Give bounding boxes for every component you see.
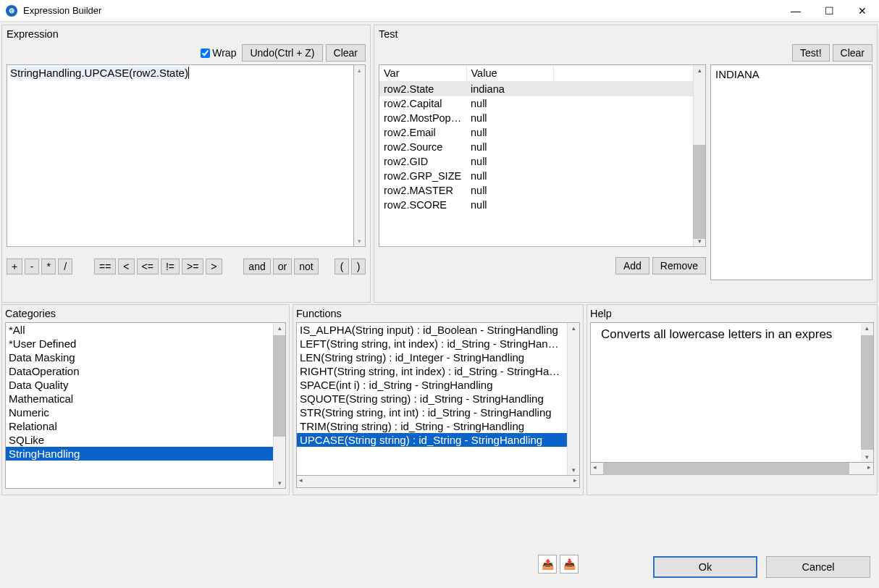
dialog-footer: 📤 📥 Ok Cancel <box>0 546 879 588</box>
undo-button[interactable]: Undo(Ctrl + Z) <box>242 44 322 62</box>
op-and-button[interactable]: and <box>243 259 270 274</box>
table-row[interactable]: row2.Stateindiana <box>379 82 694 97</box>
help-v-scrollbar[interactable]: ▴▾ <box>861 323 873 462</box>
add-variable-button[interactable]: Add <box>615 257 649 274</box>
list-item[interactable]: *User Defined <box>6 337 273 350</box>
import-icon-button[interactable]: 📥 <box>560 555 579 574</box>
categories-panel-title: Categories <box>5 306 286 322</box>
list-item[interactable]: StringHandling <box>6 447 273 461</box>
op-gt-button[interactable]: > <box>206 259 222 274</box>
col-var[interactable]: Var <box>379 65 466 82</box>
maximize-button[interactable]: ☐ <box>812 0 846 22</box>
help-text: Converts all lowercase letters in an exp… <box>590 322 874 463</box>
test-panel: Test Test! Clear Var Value ro <box>374 25 878 303</box>
variables-scrollbar[interactable]: ▴▾ <box>693 65 705 246</box>
help-h-scrollbar[interactable]: ◂▸ <box>590 463 874 475</box>
variables-table[interactable]: Var Value row2.Stateindianarow2.Capitaln… <box>379 64 706 247</box>
list-item[interactable]: SPACE(int i) : id_String - StringHandlin… <box>297 378 567 392</box>
app-icon: ⊜ <box>6 5 17 17</box>
functions-panel: Functions IS_ALPHA(String input) : id_Bo… <box>293 304 584 495</box>
expression-panel-title: Expression <box>7 27 366 43</box>
help-panel: Help Converts all lowercase letters in a… <box>586 304 878 495</box>
table-row[interactable]: row2.MostPop…null <box>379 111 694 125</box>
functions-list[interactable]: IS_ALPHA(String input) : id_Boolean - St… <box>296 322 580 476</box>
table-row[interactable]: row2.GIDnull <box>379 154 694 169</box>
op-lt-button[interactable]: < <box>118 259 134 274</box>
list-item[interactable]: SQLike <box>6 433 273 447</box>
table-row[interactable]: row2.SCOREnull <box>379 198 694 212</box>
folder-in-icon: 📥 <box>563 558 576 570</box>
test-panel-title: Test <box>379 27 872 43</box>
op-minus-button[interactable]: - <box>25 259 39 274</box>
clear-expression-button[interactable]: Clear <box>326 44 366 62</box>
list-item[interactable]: DataOperation <box>6 364 273 378</box>
functions-panel-title: Functions <box>296 306 580 322</box>
ok-button[interactable]: Ok <box>653 556 757 578</box>
list-item[interactable]: LEN(String string) : id_Integer - String… <box>297 350 567 364</box>
list-item[interactable]: SQUOTE(String string) : id_String - Stri… <box>297 392 567 406</box>
expression-panel: Expression Wrap Undo(Ctrl + Z) Clear Str… <box>1 25 371 303</box>
op-le-button[interactable]: <= <box>137 259 159 274</box>
op-rparen-button[interactable]: ) <box>351 259 366 274</box>
list-item[interactable]: *All <box>6 323 273 337</box>
folder-out-icon: 📤 <box>542 558 554 570</box>
test-result-output: INDIANA <box>710 64 872 280</box>
list-item[interactable]: Relational <box>6 419 273 433</box>
export-icon-button[interactable]: 📤 <box>538 555 557 574</box>
clear-test-button[interactable]: Clear <box>833 44 872 62</box>
cancel-button[interactable]: Cancel <box>766 556 870 578</box>
op-lparen-button[interactable]: ( <box>335 259 349 274</box>
list-item[interactable]: Mathematical <box>6 392 273 406</box>
functions-h-scrollbar[interactable]: ◂▸ <box>296 476 580 488</box>
list-item[interactable]: RIGHT(String string, int index) : id_Str… <box>297 364 567 378</box>
categories-list[interactable]: *All*User DefinedData MaskingDataOperati… <box>5 322 286 489</box>
operator-bar: + - * / == < <= != >= > and or not <box>7 259 366 274</box>
list-item[interactable]: UPCASE(String string) : id_String - Stri… <box>297 433 567 447</box>
table-row[interactable]: row2.Sourcenull <box>379 140 694 154</box>
list-item[interactable]: TRIM(String string) : id_String - String… <box>297 419 567 433</box>
table-row[interactable]: row2.Capitalnull <box>379 96 694 111</box>
op-or-button[interactable]: or <box>273 259 292 274</box>
wrap-checkbox[interactable] <box>201 49 210 58</box>
expression-input[interactable]: StringHandling.UPCASE(row2.State)​ <box>7 64 354 247</box>
remove-variable-button[interactable]: Remove <box>652 257 706 274</box>
op-mul-button[interactable]: * <box>41 259 56 274</box>
list-item[interactable]: LEFT(String string, int index) : id_Stri… <box>297 337 567 350</box>
op-not-button[interactable]: not <box>294 259 318 274</box>
categories-panel: Categories *All*User DefinedData Masking… <box>1 304 290 495</box>
list-item[interactable]: Numeric <box>6 406 273 419</box>
op-ge-button[interactable]: >= <box>182 259 203 274</box>
expression-scrollbar[interactable]: ▴▾ <box>354 64 366 247</box>
wrap-checkbox-label[interactable]: Wrap <box>201 47 236 59</box>
op-div-button[interactable]: / <box>58 259 72 274</box>
minimize-button[interactable]: — <box>779 0 812 22</box>
table-row[interactable]: row2.Emailnull <box>379 125 694 140</box>
table-row[interactable]: row2.GRP_SIZEnull <box>379 169 694 183</box>
table-row[interactable]: row2.MASTERnull <box>379 183 694 198</box>
list-item[interactable]: Data Quality <box>6 378 273 392</box>
run-test-button[interactable]: Test! <box>792 44 830 62</box>
op-ne-button[interactable]: != <box>161 259 180 274</box>
op-plus-button[interactable]: + <box>7 259 22 274</box>
list-item[interactable]: Data Masking <box>6 350 273 364</box>
close-button[interactable]: ✕ <box>846 0 879 22</box>
help-panel-title: Help <box>590 306 874 322</box>
window-title: Expression Builder <box>23 5 779 16</box>
op-eq-button[interactable]: == <box>94 259 116 274</box>
list-item[interactable]: IS_ALPHA(String input) : id_Boolean - St… <box>297 323 567 337</box>
col-value[interactable]: Value <box>466 65 553 82</box>
categories-scrollbar[interactable]: ▴▾ <box>273 323 285 488</box>
titlebar: ⊜ Expression Builder — ☐ ✕ <box>0 0 879 22</box>
list-item[interactable]: STR(String string, int int) : id_String … <box>297 406 567 419</box>
functions-v-scrollbar[interactable]: ▴▾ <box>567 323 579 475</box>
